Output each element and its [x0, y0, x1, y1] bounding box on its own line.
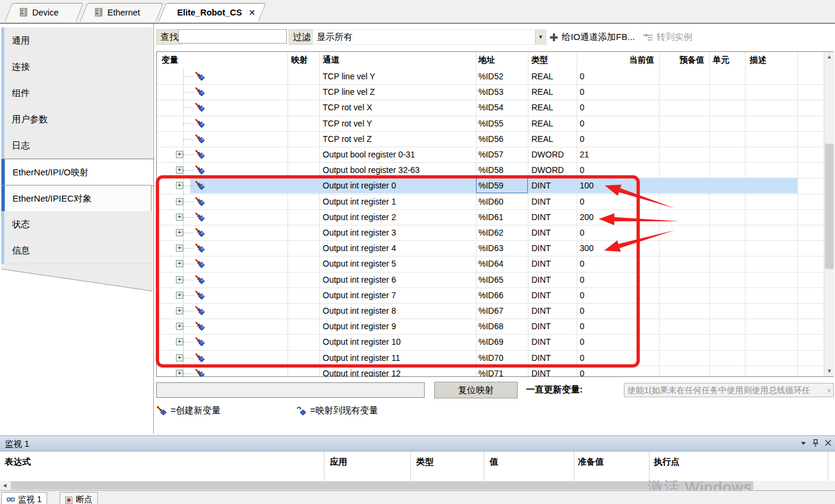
scroll-down-button[interactable]: ▼ [824, 366, 834, 376]
column-header-5[interactable]: 类型 [531, 52, 548, 68]
table-row[interactable]: + Output int register 0%ID59DINT100 [157, 178, 824, 194]
expand-toggle-icon[interactable]: + [176, 292, 183, 299]
sidebar-item-4[interactable]: 用户参数 [1, 106, 153, 133]
table-row[interactable]: + Output int register 8%ID67DINT0 [157, 303, 824, 319]
table-row[interactable]: TCP rot vel Z%ID56REAL0 [157, 131, 824, 147]
expand-toggle-icon[interactable]: + [176, 166, 183, 174]
watch-column-4[interactable]: 值 [490, 456, 499, 468]
mapping-variable-input[interactable] [156, 382, 425, 398]
expand-toggle-icon[interactable]: + [176, 151, 183, 158]
table-row[interactable]: + Output int register 12%ID71DINT0 [157, 366, 824, 376]
device-icon [94, 8, 103, 17]
scroll-left-button[interactable]: ◄ [0, 481, 10, 490]
scroll-up-button[interactable]: ▲ [824, 52, 834, 62]
filter-dropdown[interactable]: 显示所有 ▼ [313, 29, 546, 45]
table-row[interactable]: + Output int register 10%ID69DINT0 [157, 334, 824, 350]
sidebar-item-3[interactable]: 组件 [1, 80, 153, 107]
watch-table-header: 表达式应用类型值准备值执行点 [0, 452, 835, 481]
watch-column-1[interactable]: 表达式 [5, 456, 31, 468]
document-tab-device[interactable]: Device [8, 3, 80, 21]
table-row[interactable]: TCP line vel Y%ID52REAL0 [157, 69, 824, 85]
pin-icon[interactable] [812, 439, 819, 447]
column-header-4[interactable]: 地址 [478, 52, 495, 68]
table-row[interactable]: + Output int register 6%ID65DINT0 [157, 272, 824, 288]
column-header-3[interactable]: 通道 [323, 52, 339, 68]
io-cell-current-value: 0 [580, 69, 584, 84]
table-row[interactable]: + Output int register 5%ID64DINT0 [157, 256, 824, 272]
table-row[interactable]: + Output int register 9%ID68DINT0 [157, 319, 824, 335]
expand-toggle-icon[interactable]: + [176, 370, 183, 376]
goto-instance-icon [642, 33, 653, 42]
sidebar-item-8[interactable]: 状态 [1, 211, 153, 238]
new-variable-icon [194, 336, 205, 347]
document-tab-elite_robot_cs[interactable]: Elite_Robot_CS ✕ [162, 3, 262, 21]
expand-toggle-icon[interactable]: + [176, 182, 183, 189]
watch-column-5[interactable]: 准备值 [578, 456, 604, 468]
io-cell-type: DWORD [531, 162, 564, 178]
expand-toggle-icon[interactable]: + [176, 307, 183, 314]
sidebar-item-9[interactable]: 信息 [1, 237, 153, 264]
bottom-tab-2[interactable]: 断点 [60, 492, 98, 504]
tree-connector [183, 233, 194, 233]
sidebar-item-6[interactable]: EtherNet/IPI/O映射 [1, 159, 154, 186]
column-header-1[interactable]: 变量 [162, 52, 178, 68]
panel-divider [153, 24, 154, 434]
io-cell-channel: Output int register 9 [323, 319, 396, 334]
io-cell-channel: TCP line vel Y [323, 69, 375, 84]
table-row[interactable]: TCP rot vel Y%ID55REAL0 [157, 116, 824, 132]
always-update-label: 一直更新变量: [526, 384, 583, 395]
table-row[interactable]: + Output int register 1%ID60DINT0 [157, 194, 824, 210]
scrollbar-thumb[interactable] [11, 481, 753, 490]
io-cell-type: DWORD [531, 147, 564, 162]
table-row[interactable]: + Output int register 11%ID70DINT0 [157, 350, 824, 366]
expand-toggle-icon[interactable]: + [176, 198, 183, 205]
expand-toggle-icon[interactable]: + [176, 338, 183, 345]
tab-close-icon[interactable]: ✕ [249, 8, 256, 17]
io-cell-type: DINT [531, 319, 551, 334]
column-header-6[interactable]: 当前值 [629, 52, 654, 68]
find-input[interactable] [178, 29, 287, 44]
update-mode-dropdown[interactable]: 使能1(如果未在任何任务中使用则使用总线循环任 ∨ [624, 383, 834, 397]
table-row[interactable]: + Output bool register 0-31%ID57DWORD21 [157, 147, 824, 163]
expand-toggle-icon[interactable]: + [176, 276, 183, 283]
sidebar-item-label: 组件 [12, 88, 30, 99]
add-fb-button[interactable]: 给IO通道添加FB... [549, 29, 635, 45]
tab-content: Ethernet [84, 3, 160, 21]
watch-column-6[interactable]: 执行点 [654, 456, 680, 468]
io-cell-address: %ID61 [478, 209, 503, 225]
column-header-8[interactable]: 单元 [713, 52, 729, 68]
reset-mapping-button[interactable]: 复位映射 [434, 382, 518, 398]
table-row[interactable]: + Output int register 7%ID66DINT0 [157, 287, 824, 304]
table-row[interactable]: + Output bool register 32-63%ID58DWORD0 [157, 162, 824, 178]
document-tab-ethernet[interactable]: Ethernet [84, 3, 160, 21]
column-header-7[interactable]: 预备值 [679, 52, 704, 68]
column-header-9[interactable]: 描述 [750, 52, 766, 68]
table-row[interactable]: TCP rot vel X%ID54REAL0 [157, 100, 824, 116]
expand-toggle-icon[interactable]: + [176, 323, 183, 330]
table-row[interactable]: + Output int register 3%ID62DINT0 [157, 225, 824, 241]
expand-toggle-icon[interactable]: + [176, 245, 183, 252]
scrollbar-thumb[interactable] [825, 144, 834, 269]
table-row[interactable]: TCP line vel Z%ID53REAL0 [157, 84, 824, 100]
column-header-2[interactable]: 映射 [291, 52, 308, 68]
vertical-scrollbar[interactable]: ▲ ▼ [824, 52, 834, 376]
expand-toggle-icon[interactable]: + [176, 260, 183, 267]
goto-instance-button[interactable]: 转到实例 [642, 29, 692, 45]
bottom-tab-1[interactable]: 监视 1 [1, 492, 47, 504]
grid-line [528, 52, 528, 69]
new-variable-icon [194, 86, 205, 97]
watch-column-3[interactable]: 类型 [416, 456, 434, 468]
sidebar-item-1[interactable]: 通用 [1, 27, 153, 54]
watch-column-2[interactable]: 应用 [330, 456, 347, 468]
sidebar-item-5[interactable]: 日志 [1, 132, 153, 159]
table-row[interactable]: + Output int register 4%ID63DINT300 [157, 240, 824, 256]
close-icon[interactable] [825, 440, 831, 446]
expand-toggle-icon[interactable]: + [176, 214, 183, 221]
expand-toggle-icon[interactable]: + [176, 354, 183, 361]
sidebar-item-2[interactable]: 连接 [1, 54, 153, 81]
chevron-down-icon[interactable]: ▼ [535, 30, 546, 44]
table-row[interactable]: + Output int register 2%ID61DINT200 [157, 209, 824, 225]
expand-toggle-icon[interactable]: + [176, 229, 183, 236]
dropdown-arrow-icon[interactable] [800, 440, 806, 446]
sidebar-item-7[interactable]: EtherNet/IPIEC对象 [1, 185, 151, 212]
